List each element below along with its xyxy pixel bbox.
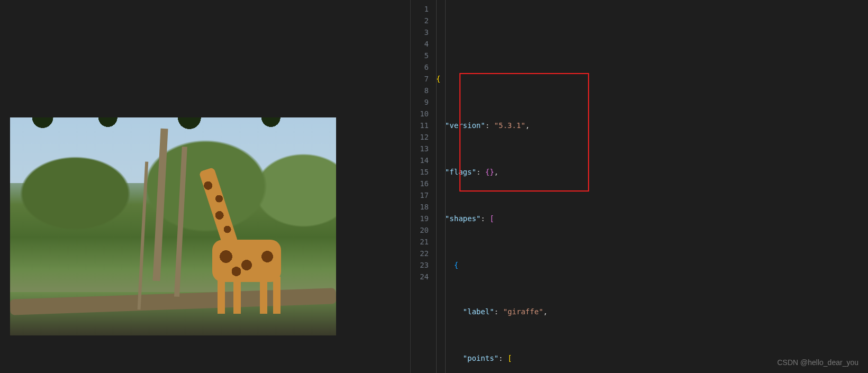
image-preview-pane	[0, 0, 410, 373]
line-number: 23	[411, 259, 436, 271]
json-key: "flags"	[445, 168, 476, 176]
line-number: 6	[411, 61, 436, 73]
json-key: "shapes"	[445, 214, 481, 223]
line-number: 15	[411, 166, 436, 178]
json-string: "giraffe"	[503, 307, 543, 316]
line-number: 7	[411, 73, 436, 85]
code-editor-pane[interactable]: 1 2 3 4 5 6 7 8 9 10 11 12 13 14 15 16 1…	[410, 0, 868, 373]
line-number-gutter: 1 2 3 4 5 6 7 8 9 10 11 12 13 14 15 16 1…	[411, 0, 436, 373]
code-line[interactable]: "label": "giraffe",	[436, 306, 868, 317]
line-number: 1	[411, 3, 436, 15]
line-number: 16	[411, 178, 436, 189]
code-line[interactable]: "flags": {},	[436, 166, 868, 178]
line-number: 8	[411, 85, 436, 96]
code-line[interactable]: "version": "5.3.1",	[436, 120, 868, 131]
brace: {}	[485, 168, 494, 176]
line-number: 5	[411, 50, 436, 61]
line-number: 20	[411, 224, 436, 236]
preview-image	[10, 117, 336, 335]
line-number: 19	[411, 213, 436, 224]
line-number: 12	[411, 131, 436, 143]
line-number: 18	[411, 201, 436, 213]
line-number: 4	[411, 38, 436, 50]
line-number: 3	[411, 26, 436, 38]
code-line[interactable]: "shapes": [	[436, 213, 868, 224]
line-number: 17	[411, 189, 436, 201]
line-number: 10	[411, 108, 436, 120]
line-number: 21	[411, 236, 436, 248]
line-number: 9	[411, 96, 436, 108]
brace: {	[436, 75, 440, 83]
line-number: 13	[411, 143, 436, 154]
json-key: "version"	[445, 121, 485, 130]
json-key: "points"	[463, 354, 499, 362]
line-number: 14	[411, 154, 436, 166]
line-number: 22	[411, 248, 436, 259]
code-content[interactable]: { "version": "5.3.1", "flags": {}, "shap…	[436, 0, 868, 373]
line-number: 11	[411, 120, 436, 131]
line-number: 24	[411, 271, 436, 283]
code-line[interactable]: {	[436, 259, 868, 271]
watermark-text: CSDN @hello_dear_you	[777, 358, 858, 367]
json-key: "label"	[463, 307, 494, 316]
json-string: "5.3.1"	[494, 121, 526, 130]
line-number: 2	[411, 15, 436, 26]
code-line[interactable]: {	[436, 73, 868, 85]
